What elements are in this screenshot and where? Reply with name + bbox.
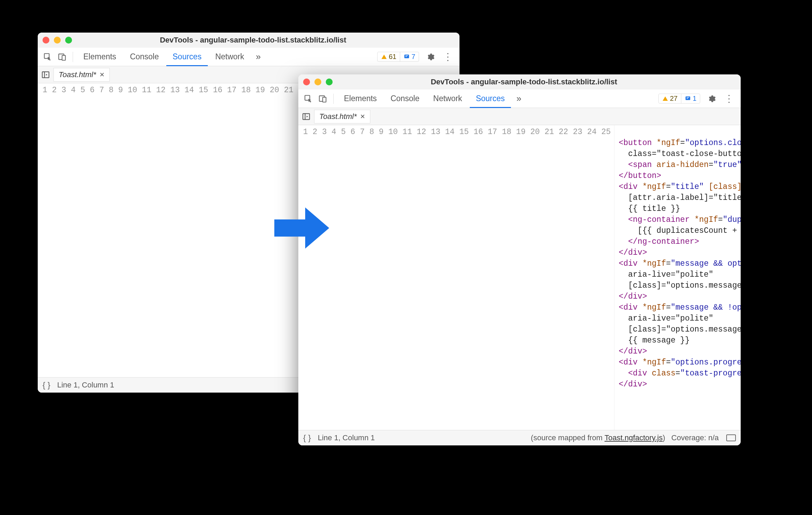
source-map-link[interactable]: Toast.ngfactory.js <box>605 433 663 442</box>
file-tab[interactable]: Toast.html* ✕ <box>314 110 370 123</box>
minimize-window-button[interactable] <box>314 79 321 85</box>
close-file-icon[interactable]: ✕ <box>360 113 365 120</box>
device-toolbar-icon[interactable] <box>56 50 69 63</box>
window-title: DevTools - angular-sample-todo-list.stac… <box>339 77 736 86</box>
source-mapped-label: (source mapped from Toast.ngfactory.js) <box>531 433 665 442</box>
kebab-menu-icon[interactable]: ⋮ <box>440 51 456 62</box>
file-tab-label: Toast.html* <box>59 70 96 79</box>
navigator-toggle-icon[interactable] <box>302 112 311 121</box>
format-icon[interactable] <box>726 434 736 441</box>
coverage-label: Coverage: n/a <box>671 433 719 442</box>
line-gutter: 1 2 3 4 5 6 7 8 9 10 11 12 13 14 15 16 1… <box>298 125 614 430</box>
sources-subtoolbar: Toast.html* ✕ <box>298 108 741 125</box>
cursor-position: Line 1, Column 1 <box>318 433 375 442</box>
panel-tabs-toolbar: Elements Console Sources Network » 61 7 … <box>38 48 459 66</box>
close-file-icon[interactable]: ✕ <box>99 71 105 79</box>
info-badge[interactable]: 1 <box>681 94 700 103</box>
more-tabs-icon[interactable]: » <box>512 93 525 104</box>
devtools-window-2: DevTools - angular-sample-todo-list.stac… <box>298 74 741 445</box>
titlebar[interactable]: DevTools - angular-sample-todo-list.stac… <box>298 74 741 89</box>
tab-sources[interactable]: Sources <box>166 47 207 66</box>
traffic-lights <box>43 37 72 44</box>
warnings-badge[interactable]: 27 <box>659 94 681 103</box>
arrow-icon <box>271 202 333 254</box>
divider <box>333 94 334 104</box>
svg-rect-2 <box>62 55 65 60</box>
inspect-element-icon[interactable] <box>41 50 54 63</box>
svg-rect-9 <box>303 113 310 119</box>
tab-elements[interactable]: Elements <box>338 89 383 108</box>
more-tabs-icon[interactable]: » <box>252 51 265 62</box>
tab-sources[interactable]: Sources <box>470 89 511 108</box>
issue-badges[interactable]: 27 1 <box>658 94 700 104</box>
pretty-print-icon[interactable]: { } <box>303 433 311 443</box>
tab-console[interactable]: Console <box>124 47 165 66</box>
settings-icon[interactable] <box>704 94 719 103</box>
issue-badges[interactable]: 61 7 <box>377 52 419 62</box>
divider <box>73 52 73 62</box>
file-tab-label: Toast.html* <box>319 112 357 121</box>
traffic-lights <box>303 79 333 85</box>
kebab-menu-icon[interactable]: ⋮ <box>721 93 737 104</box>
inspect-element-icon[interactable] <box>302 92 315 105</box>
window-title: DevTools - angular-sample-todo-list.stac… <box>79 36 455 45</box>
titlebar[interactable]: DevTools - angular-sample-todo-list.stac… <box>38 33 459 48</box>
maximize-window-button[interactable] <box>65 37 72 44</box>
cursor-position: Line 1, Column 1 <box>57 381 114 390</box>
svg-rect-7 <box>323 97 326 102</box>
navigator-toggle-icon[interactable] <box>41 70 50 79</box>
settings-icon[interactable] <box>422 52 438 61</box>
warnings-badge[interactable]: 61 <box>378 52 400 61</box>
maximize-window-button[interactable] <box>326 79 333 85</box>
tab-network[interactable]: Network <box>209 47 250 66</box>
tab-console[interactable]: Console <box>384 89 426 108</box>
code-editor[interactable]: 1 2 3 4 5 6 7 8 9 10 11 12 13 14 15 16 1… <box>298 125 741 430</box>
panel-tabs-toolbar: Elements Console Network Sources » 27 1 … <box>298 89 741 108</box>
code-content[interactable]: <button *ngIf="options.closeButton" (cli… <box>614 125 741 430</box>
minimize-window-button[interactable] <box>54 37 61 44</box>
tab-elements[interactable]: Elements <box>77 47 122 66</box>
statusbar: { } Line 1, Column 1 (source mapped from… <box>298 430 741 445</box>
svg-rect-4 <box>42 72 49 77</box>
device-toolbar-icon[interactable] <box>316 92 329 105</box>
info-badge[interactable]: 7 <box>400 52 419 61</box>
close-window-button[interactable] <box>303 79 310 85</box>
file-tab[interactable]: Toast.html* ✕ <box>53 68 110 82</box>
tab-network[interactable]: Network <box>427 89 468 108</box>
pretty-print-icon[interactable]: { } <box>43 380 50 390</box>
close-window-button[interactable] <box>43 37 49 44</box>
